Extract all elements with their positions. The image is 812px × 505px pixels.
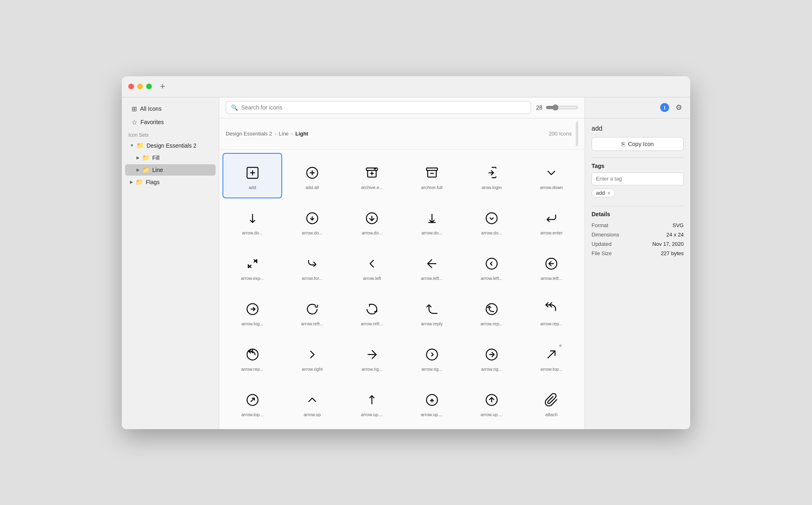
icon-count: 200 Icons xyxy=(549,131,572,137)
icon-cell-arrow-right1[interactable]: arrow.rig... xyxy=(342,335,402,380)
close-button[interactable] xyxy=(128,84,134,89)
icon-cell-arrow-up1[interactable]: arrow.up.... xyxy=(342,380,402,425)
add-button[interactable]: + xyxy=(160,81,165,92)
arrow-logout-icon xyxy=(243,299,262,319)
icon-cell-arrow-left[interactable]: arrow.left xyxy=(342,244,402,289)
icon-cell-arrow-reply[interactable]: arrow.reply xyxy=(402,289,462,335)
icon-cell-arrow-top-right[interactable]: ★ arrow.top... xyxy=(522,335,581,380)
tag-input[interactable] xyxy=(592,172,684,185)
icon-name-arrow-left3: arrow.left... xyxy=(540,276,562,281)
chevron-right-icon: ▶ xyxy=(136,155,140,160)
icon-cell-arrow-up3[interactable]: arrow.up.... xyxy=(462,380,521,425)
icon-cell-arrow-top-right2[interactable]: arrow.top... xyxy=(222,380,282,425)
icon-cell-arrow-refresh1[interactable]: arrow.refr... xyxy=(282,289,342,335)
icon-cell-arrow-logout[interactable]: arrow.log... xyxy=(222,289,282,335)
search-input[interactable] xyxy=(241,104,526,111)
icon-name-arrow-reply-all2: arrow.rep... xyxy=(241,367,263,372)
icon-name-arrow-do1: arrow.do... xyxy=(242,230,263,235)
selected-icon-name: add xyxy=(592,125,684,132)
icon-cell-archive-e[interactable]: archive.e... xyxy=(342,153,402,198)
scrollbar[interactable] xyxy=(576,122,578,146)
archive-full-icon xyxy=(422,163,442,183)
icon-cell-arrow-do3[interactable]: arrow.do... xyxy=(342,198,402,244)
tag-remove-button[interactable]: × xyxy=(607,190,611,196)
icon-cell-arrow-down[interactable]: arrow.down xyxy=(522,153,581,198)
icon-name-add-alt: add.alt xyxy=(305,185,319,190)
icon-cell-arrow-do4[interactable]: arrow.do... xyxy=(402,198,462,244)
sidebar-item-fill[interactable]: ▶ 📁 Fill xyxy=(125,152,216,163)
search-box[interactable]: 🔍 xyxy=(226,101,531,114)
icon-name-arrow-forward: arrow.for... xyxy=(302,276,322,281)
tag-label: add xyxy=(596,190,605,196)
arrow-do2-icon xyxy=(302,208,322,228)
arrow-left2-icon xyxy=(482,254,501,273)
icon-name-arrow-top-right: arrow.top... xyxy=(540,367,562,372)
detail-dimensions: Dimensions 24 x 24 xyxy=(592,232,684,238)
arrow-refresh1-icon xyxy=(302,299,322,319)
svg-point-25 xyxy=(486,304,497,315)
copy-icon: ⎘ xyxy=(622,141,625,147)
icon-cell-arrow-right3[interactable]: arrow.rig... xyxy=(462,335,521,380)
all-icons-label: All Icons xyxy=(140,105,162,112)
info-button[interactable]: i xyxy=(660,103,669,112)
icon-name-arrow-right2: arrow.rig... xyxy=(421,367,442,372)
filter-button[interactable]: ⚙ xyxy=(674,101,684,114)
icon-name-arrow-reply: arrow.reply xyxy=(421,321,443,326)
divider-2 xyxy=(592,206,684,206)
maximize-button[interactable] xyxy=(146,84,152,89)
icon-cell-arrow-do2[interactable]: arrow.do... xyxy=(282,198,342,244)
icon-name-arrow-top-right2: arrow.top... xyxy=(241,412,263,417)
minimize-button[interactable] xyxy=(137,84,143,89)
icon-cell-arrow-up2[interactable]: arrow.up.... xyxy=(402,380,462,425)
right-panel-header: i ⚙ xyxy=(585,97,690,118)
titlebar: + xyxy=(122,76,690,97)
arrow-do1-icon xyxy=(243,208,262,228)
icon-cell-arrow-login[interactable]: arow.login xyxy=(462,153,521,198)
icon-cell-arrow-right2[interactable]: arrow.rig... xyxy=(402,335,462,380)
icon-name-add: add xyxy=(248,185,256,190)
icon-cell-arrow-left2[interactable]: arrow.left... xyxy=(462,244,521,289)
size-slider[interactable] xyxy=(546,104,578,111)
icon-cell-arrow-do1[interactable]: arrow.do... xyxy=(222,198,282,244)
icon-cell-add[interactable]: add xyxy=(222,153,282,198)
icon-cell-arrow-left1[interactable]: arrow.left... xyxy=(402,244,462,289)
icon-cell-arrow-reply-all[interactable]: arrow.rep... xyxy=(522,289,581,335)
icon-cell-arrow-up-chevron[interactable]: arrow.up xyxy=(282,380,342,425)
icon-cell-archive-full[interactable]: archive.full xyxy=(402,153,462,198)
icon-cell-attach[interactable]: attach xyxy=(522,380,581,425)
icon-cell-arrow-refresh2[interactable]: arrow.refr... xyxy=(342,289,402,335)
sidebar-item-line[interactable]: ▶ 📁 Line xyxy=(125,164,216,176)
copy-icon-label: Copy Icon xyxy=(628,141,654,147)
icon-cell-arrow-reply-circle[interactable]: arrow.rep... xyxy=(462,289,521,335)
star-icon: ☆ xyxy=(132,118,137,126)
icon-name-arrow-do5: arrow.do... xyxy=(481,230,502,235)
arrow-do3-icon xyxy=(362,208,382,228)
icon-cell-arrow-do5[interactable]: arrow.do... xyxy=(462,198,521,244)
icon-cell-arrow-right-chevron[interactable]: arrow.right xyxy=(282,335,342,380)
details-label: Details xyxy=(592,211,684,217)
sidebar-item-design-essentials[interactable]: ▼ 📁 Design Essentials 2 xyxy=(125,140,216,151)
icon-cell-add-alt[interactable]: add.alt xyxy=(282,153,342,198)
size-control: 28 xyxy=(536,104,578,111)
icon-cell-arrow-forward[interactable]: arrow.for... xyxy=(282,244,342,289)
arrow-login-icon xyxy=(482,163,501,183)
divider-1 xyxy=(592,157,684,158)
svg-point-9 xyxy=(374,168,376,169)
sidebar-item-all-icons[interactable]: ⊞ All Icons xyxy=(125,103,216,115)
icon-cell-arrow-enter[interactable]: arrow.enter xyxy=(522,198,581,244)
icon-name-arrow-do3: arrow.do... xyxy=(362,230,382,235)
sidebar-item-flags[interactable]: ▶ 📁 Flags xyxy=(125,176,216,188)
icon-cell-arrow-left3[interactable]: arrow.left... xyxy=(522,244,581,289)
icon-cell-arrow-reply-all2[interactable]: arrow.rep... xyxy=(222,335,282,380)
copy-icon-button[interactable]: ⎘ Copy Icon xyxy=(592,137,684,151)
svg-line-33 xyxy=(251,398,254,402)
add-alt-icon xyxy=(302,163,322,183)
icon-name-arrow-right1: arrow.rig... xyxy=(362,367,382,372)
icon-name-arrow-left2: arrow.left... xyxy=(481,276,503,281)
archive-e-icon xyxy=(362,163,382,183)
svg-point-19 xyxy=(486,213,497,223)
arrow-expand-icon xyxy=(243,254,262,273)
icon-cell-arrow-expand[interactable]: arrow.exp... xyxy=(222,244,282,289)
sidebar-item-favorites[interactable]: ☆ Favorites xyxy=(125,116,216,129)
breadcrumb-part-1: Design Essentials 2 xyxy=(226,131,272,137)
